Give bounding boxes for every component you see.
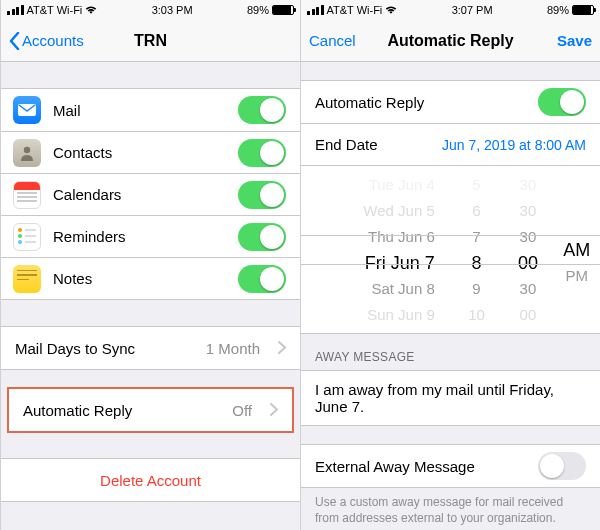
status-left: AT&T Wi-Fi	[7, 4, 97, 16]
status-time: 3:03 PM	[152, 4, 193, 16]
notes-row[interactable]: Notes	[1, 257, 300, 299]
status-time: 3:07 PM	[452, 4, 493, 16]
picker-ampm-col[interactable]: AM PM	[554, 166, 600, 333]
battery-label: 89%	[247, 4, 269, 16]
external-away-row[interactable]: External Away Message	[301, 445, 600, 487]
away-message-field[interactable]: I am away from my mail until Friday, Jun…	[301, 371, 600, 425]
signal-icon	[7, 5, 24, 15]
external-footer: Use a custom away message for mail recei…	[301, 488, 600, 530]
sync-group: Mail Days to Sync 1 Month	[1, 326, 300, 370]
wifi-icon	[85, 5, 97, 15]
calendars-row[interactable]: Calendars	[1, 173, 300, 215]
sync-label: Mail Days to Sync	[15, 340, 194, 357]
contacts-row[interactable]: Contacts	[1, 131, 300, 173]
carrier-label: AT&T Wi-Fi	[27, 4, 83, 16]
autoreply-label: Automatic Reply	[23, 402, 220, 419]
chevron-right-icon	[278, 340, 286, 357]
notes-icon	[13, 265, 41, 293]
picker-date-col[interactable]: Tue Jun 4 Wed Jun 5 Thu Jun 6 Fri Jun 7 …	[301, 166, 451, 333]
carrier-label: AT&T Wi-Fi	[327, 4, 383, 16]
delete-label: Delete Account	[100, 472, 201, 489]
notes-label: Notes	[53, 270, 226, 287]
chevron-right-icon	[270, 402, 278, 419]
services-group: Mail Contacts Calendars Reminders	[1, 88, 300, 300]
battery-icon	[272, 5, 294, 15]
status-bar: AT&T Wi-Fi 3:07 PM 89%	[301, 0, 600, 20]
status-right: 89%	[547, 4, 594, 16]
sync-value: 1 Month	[206, 340, 260, 357]
nav-bar: Accounts TRN	[1, 20, 300, 62]
save-button[interactable]: Save	[557, 32, 592, 49]
automatic-reply-row[interactable]: Automatic Reply Off	[9, 389, 292, 431]
end-date-row[interactable]: End Date Jun 7, 2019 at 8:00 AM	[301, 123, 600, 165]
signal-icon	[307, 5, 324, 15]
autoreply-value: Off	[232, 402, 252, 419]
battery-label: 89%	[547, 4, 569, 16]
contacts-icon	[13, 139, 41, 167]
back-label: Accounts	[22, 32, 84, 49]
delete-account-button[interactable]: Delete Account	[1, 459, 300, 501]
calendars-toggle[interactable]	[238, 181, 286, 209]
toggle-label: Automatic Reply	[315, 94, 526, 111]
away-message-header: AWAY MESSAGE	[301, 334, 600, 370]
external-away-toggle[interactable]	[538, 452, 586, 480]
mail-label: Mail	[53, 102, 226, 119]
contacts-toggle[interactable]	[238, 139, 286, 167]
back-button[interactable]: Accounts	[9, 32, 84, 50]
wifi-icon	[385, 5, 397, 15]
contacts-label: Contacts	[53, 144, 226, 161]
picker-min-col[interactable]: 30 30 30 00 30 00 30	[502, 166, 553, 333]
status-bar: AT&T Wi-Fi 3:03 PM 89%	[1, 0, 300, 20]
mail-days-sync-row[interactable]: Mail Days to Sync 1 Month	[1, 327, 300, 369]
screen-account-settings: AT&T Wi-Fi 3:03 PM 89% Accounts TRN Mail	[0, 0, 300, 530]
date-picker[interactable]: Tue Jun 4 Wed Jun 5 Thu Jun 6 Fri Jun 7 …	[301, 166, 600, 334]
reminders-label: Reminders	[53, 228, 226, 245]
status-right: 89%	[247, 4, 294, 16]
reminders-icon	[13, 223, 41, 251]
calendars-label: Calendars	[53, 186, 226, 203]
nav-bar: Cancel Automatic Reply Save	[301, 20, 600, 62]
automatic-reply-toggle-row[interactable]: Automatic Reply	[301, 81, 600, 123]
battery-icon	[572, 5, 594, 15]
calendar-icon	[13, 181, 41, 209]
end-date-label: End Date	[315, 136, 430, 153]
notes-toggle[interactable]	[238, 265, 286, 293]
reminders-toggle[interactable]	[238, 223, 286, 251]
reply-toggle-group: Automatic Reply End Date Jun 7, 2019 at …	[301, 80, 600, 166]
automatic-reply-highlight: Automatic Reply Off	[7, 387, 294, 433]
end-date-value: Jun 7, 2019 at 8:00 AM	[442, 137, 586, 153]
mail-row[interactable]: Mail	[1, 89, 300, 131]
chevron-left-icon	[9, 32, 20, 50]
mail-toggle[interactable]	[238, 96, 286, 124]
cancel-label: Cancel	[309, 32, 356, 49]
mail-icon	[13, 96, 41, 124]
status-left: AT&T Wi-Fi	[307, 4, 397, 16]
delete-group: Delete Account	[1, 458, 300, 502]
external-group: External Away Message	[301, 444, 600, 488]
automatic-reply-toggle[interactable]	[538, 88, 586, 116]
save-label: Save	[557, 32, 592, 49]
svg-point-1	[24, 146, 30, 152]
screen-automatic-reply: AT&T Wi-Fi 3:07 PM 89% Cancel Automatic …	[300, 0, 600, 530]
picker-hour-col[interactable]: 5 6 7 8 9 10 11	[451, 166, 502, 333]
away-message-group: I am away from my mail until Friday, Jun…	[301, 370, 600, 426]
cancel-button[interactable]: Cancel	[309, 32, 356, 49]
reminders-row[interactable]: Reminders	[1, 215, 300, 257]
external-label: External Away Message	[315, 458, 526, 475]
